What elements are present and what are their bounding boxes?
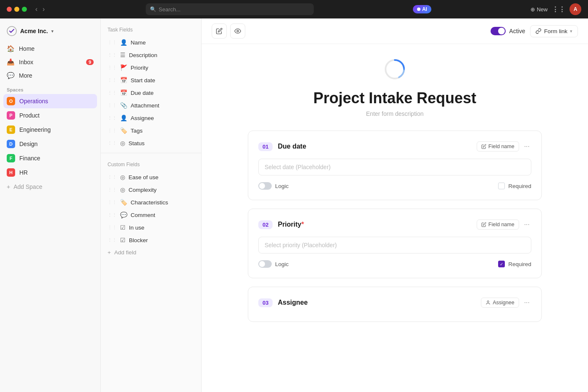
field-name[interactable]: ⋮⋮ 👤 Name xyxy=(101,36,201,49)
required-asterisk: * xyxy=(301,221,304,228)
more-button-03[interactable]: ··· xyxy=(522,297,531,308)
field-ease-of-use[interactable]: ⋮⋮ ◎ Ease of use xyxy=(101,171,201,183)
active-label: Active xyxy=(509,28,525,34)
form-title: Project Intake Request xyxy=(313,89,476,107)
sidebar-item-home[interactable]: 🏠 Home xyxy=(3,42,97,55)
priority-input[interactable]: Select priority (Placeholder) xyxy=(258,237,531,253)
pencil-icon xyxy=(216,28,223,34)
new-button[interactable]: ⊕ New xyxy=(530,6,548,13)
sidebar-item-inbox[interactable]: 📥 Inbox 9 xyxy=(3,55,97,69)
name-field-label: Name xyxy=(131,39,146,46)
minimize-button[interactable] xyxy=(14,7,19,12)
required-check-02[interactable]: ✓ Required xyxy=(498,261,531,267)
chevron-down-icon: ▾ xyxy=(51,29,54,34)
task-fields-header: Task Fields xyxy=(101,25,201,36)
close-button[interactable] xyxy=(7,7,12,12)
field-comment[interactable]: ⋮⋮ 💬 Comment xyxy=(101,209,201,221)
left-sidebar: Acme Inc. ▾ 🏠 Home 📥 Inbox 9 💬 More Spac… xyxy=(0,18,101,392)
logic-label-01: Logic xyxy=(275,183,289,189)
form-link-chevron: ▾ xyxy=(570,29,572,34)
form-link-label: Form link xyxy=(544,28,567,34)
field-blocker[interactable]: ⋮⋮ ☑ Blocker xyxy=(101,234,201,246)
char-label: Characteristics xyxy=(131,199,168,206)
product-label: Product xyxy=(19,112,39,119)
field-characteristics[interactable]: ⋮⋮ 🏷️ Characteristics xyxy=(101,196,201,209)
add-field-plus-icon: + xyxy=(108,249,111,256)
logic-toggle-01[interactable]: Logic xyxy=(258,182,289,190)
card-actions-03: Assignee ··· xyxy=(481,297,531,308)
start-date-icon: 📅 xyxy=(120,77,127,84)
required-checkbox-01[interactable] xyxy=(498,183,505,189)
workspace-header[interactable]: Acme Inc. ▾ xyxy=(3,24,97,39)
field-attachment[interactable]: ⋮⋮ 📎 Attachment xyxy=(101,99,201,112)
assignee-card-title: Assignee xyxy=(278,299,307,306)
logic-knob-01 xyxy=(259,183,265,189)
required-check-01[interactable]: Required xyxy=(498,183,531,189)
field-complexity[interactable]: ⋮⋮ ◎ Complexity xyxy=(101,183,201,196)
form-link-button[interactable]: Form link ▾ xyxy=(530,25,578,37)
active-toggle-switch[interactable] xyxy=(491,27,506,35)
sidebar-item-design[interactable]: D Design xyxy=(3,137,97,151)
required-checkbox-02[interactable]: ✓ xyxy=(498,261,505,267)
logic-toggle-switch-02[interactable] xyxy=(258,260,272,268)
more-icon: 💬 xyxy=(7,72,15,79)
complexity-label: Complexity xyxy=(129,187,157,193)
traffic-lights xyxy=(7,7,27,12)
sidebar-item-product[interactable]: P Product xyxy=(3,108,97,123)
title-bar: ‹ › 🔍 Search... AI ⊕ New ⋮⋮ A xyxy=(0,0,588,18)
drag-handle-blocker: ⋮⋮ xyxy=(108,238,117,243)
add-field-button[interactable]: + Add field xyxy=(101,246,201,259)
main-layout: Acme Inc. ▾ 🏠 Home 📥 Inbox 9 💬 More Spac… xyxy=(0,18,588,392)
more-button-01[interactable]: ··· xyxy=(522,141,531,152)
logic-toggle-switch-01[interactable] xyxy=(258,182,272,190)
search-placeholder: Search... xyxy=(159,6,181,13)
avatar[interactable]: A xyxy=(570,3,581,15)
link-icon xyxy=(536,28,541,34)
drag-handle-assignee: ⋮⋮ xyxy=(108,115,117,121)
field-priority[interactable]: ⋮⋮ 🚩 Priority xyxy=(101,61,201,74)
card-footer-02: Logic ✓ Required xyxy=(258,260,531,268)
field-name-button-03[interactable]: Assignee xyxy=(481,298,519,308)
field-assignee[interactable]: ⋮⋮ 👤 Assignee xyxy=(101,112,201,124)
field-due-date[interactable]: ⋮⋮ 📅 Due date xyxy=(101,86,201,99)
design-label: Design xyxy=(19,141,38,147)
field-name-button-02[interactable]: Field name xyxy=(477,220,519,230)
field-in-use[interactable]: ⋮⋮ ☑ In use xyxy=(101,221,201,234)
edit-small-icon xyxy=(481,144,486,149)
grid-icon[interactable]: ⋮⋮ xyxy=(553,3,564,15)
status-label: Status xyxy=(129,140,144,146)
eye-icon-button[interactable] xyxy=(230,24,245,39)
field-start-date[interactable]: ⋮⋮ 📅 Start date xyxy=(101,74,201,86)
sidebar-item-engineering[interactable]: E Engineering xyxy=(3,123,97,137)
field-name-button-01[interactable]: Field name xyxy=(477,141,519,152)
maximize-button[interactable] xyxy=(22,7,27,12)
assignee-icon: 👤 xyxy=(120,115,127,121)
home-icon: 🏠 xyxy=(7,45,15,52)
sidebar-item-more[interactable]: 💬 More xyxy=(3,69,97,82)
due-date-input[interactable]: Select date (Placeholder) xyxy=(258,159,531,175)
card-actions-01: Field name ··· xyxy=(477,141,531,152)
logic-toggle-02[interactable]: Logic xyxy=(258,260,289,268)
active-toggle[interactable]: Active xyxy=(491,27,525,35)
sidebar-item-finance[interactable]: F Finance xyxy=(3,151,97,165)
finance-label: Finance xyxy=(19,155,40,162)
drag-handle-ease: ⋮⋮ xyxy=(108,175,117,180)
ai-badge[interactable]: AI xyxy=(413,5,431,13)
inuse-icon: ☑ xyxy=(120,224,126,231)
forward-arrow[interactable]: › xyxy=(41,5,46,14)
add-space-button[interactable]: + Add Space xyxy=(3,180,97,193)
more-button-02[interactable]: ··· xyxy=(522,219,531,230)
field-status[interactable]: ⋮⋮ ◎ Status xyxy=(101,137,201,149)
edit-icon-button[interactable] xyxy=(212,24,227,39)
sidebar-item-operations[interactable]: O Operations xyxy=(3,94,97,108)
sidebar-item-hr[interactable]: H HR xyxy=(3,165,97,180)
desc-field-icon: ☰ xyxy=(120,52,126,58)
field-tags[interactable]: ⋮⋮ 🏷️ Tags xyxy=(101,124,201,137)
field-description[interactable]: ⋮⋮ ☰ Description xyxy=(101,49,201,61)
loading-spinner xyxy=(383,57,407,81)
back-arrow[interactable]: ‹ xyxy=(34,5,39,14)
fields-panel: Task Fields ⋮⋮ 👤 Name ⋮⋮ ☰ Description ⋮… xyxy=(101,18,202,392)
blocker-icon: ☑ xyxy=(120,237,126,243)
search-bar[interactable]: 🔍 Search... xyxy=(146,3,314,15)
new-icon: ⊕ xyxy=(530,6,535,13)
